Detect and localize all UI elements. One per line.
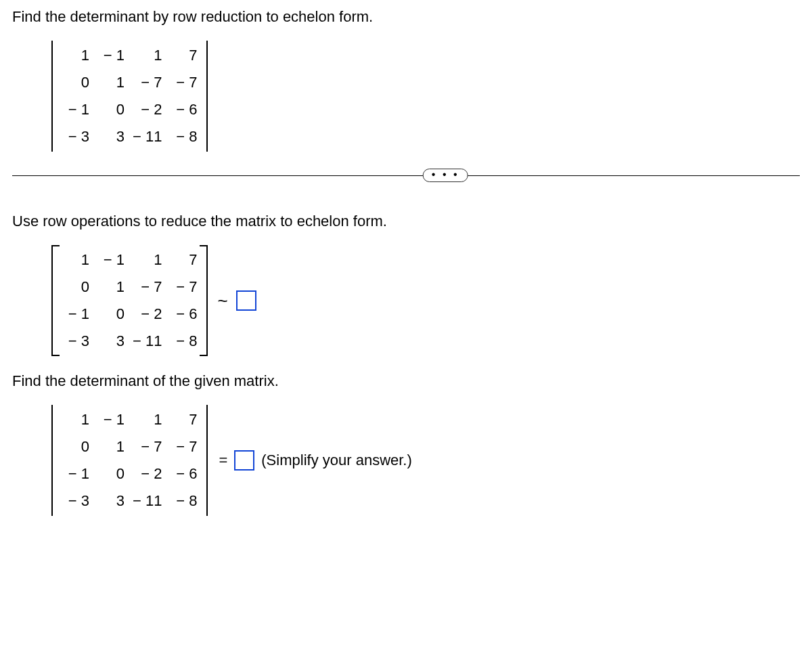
matrix-cell: − 1 [93,246,129,274]
table-row: − 3 3 − 11 − 8 [58,487,201,515]
table-row: 0 1 − 7 − 7 [58,274,201,301]
matrix-table: 1 − 1 1 7 0 1 − 7 − 7 − 1 0 − 2 − 6 − 3 … [58,246,201,355]
matrix-cell: 1 [93,274,129,301]
matrix-cell: 1 [129,42,166,69]
matrix-cell: 7 [166,406,201,433]
table-row: − 1 0 − 2 − 6 [58,96,201,123]
table-row: − 3 3 − 11 − 8 [58,328,201,355]
matrix-cell: 0 [58,274,93,301]
matrix-cell: 0 [58,433,93,460]
matrix-cell: − 8 [166,328,201,355]
table-row: 0 1 − 7 − 7 [58,69,201,96]
matrix-cell: − 7 [166,433,201,460]
determinant-answer-input[interactable] [234,450,254,471]
table-row: 1 − 1 1 7 [58,246,201,274]
step1-instruction: Use row operations to reduce the matrix … [12,213,800,230]
matrix-cell: − 2 [129,460,166,487]
matrix-cell: − 2 [129,96,166,123]
matrix-cell: − 1 [58,96,93,123]
determinant-bars: 1 − 1 1 7 0 1 − 7 − 7 − 1 0 − 2 − 6 − 3 … [51,41,208,152]
matrix-cell: − 7 [129,69,166,96]
matrix-cell: 0 [93,96,129,123]
more-button[interactable]: • • • [423,169,468,182]
matrix-cell: 1 [93,69,129,96]
determinant-expression: 1 − 1 1 7 0 1 − 7 − 7 − 1 0 − 2 − 6 − 3 … [51,405,800,516]
echelon-answer-input[interactable] [236,290,256,311]
matrix-cell: − 1 [93,42,129,69]
table-row: 0 1 − 7 − 7 [58,433,201,460]
table-row: − 1 0 − 2 − 6 [58,460,201,487]
matrix-cell: 0 [93,301,129,328]
matrix-cell: 3 [93,487,129,515]
equals-sign: = [219,452,227,469]
matrix-cell: − 6 [166,460,201,487]
original-determinant: 1 − 1 1 7 0 1 − 7 − 7 − 1 0 − 2 − 6 − 3 … [51,41,800,152]
matrix-cell: 3 [93,328,129,355]
matrix-cell: − 3 [58,328,93,355]
matrix-cell: − 3 [58,487,93,515]
step2-instruction: Find the determinant of the given matrix… [12,372,800,390]
matrix-cell: − 7 [166,69,201,96]
matrix-cell: 1 [129,246,166,274]
matrix-cell: − 2 [129,301,166,328]
matrix-cell: 1 [58,42,93,69]
matrix-cell: 0 [58,69,93,96]
matrix-cell: − 8 [166,123,201,150]
matrix-cell: − 7 [129,433,166,460]
matrix-cell: − 11 [129,328,166,355]
matrix-table: 1 − 1 1 7 0 1 − 7 − 7 − 1 0 − 2 − 6 − 3 … [58,406,201,515]
matrix-cell: − 7 [166,274,201,301]
matrix-cell: 0 [93,460,129,487]
matrix-cell: − 3 [58,123,93,150]
table-row: 1 − 1 1 7 [58,42,201,69]
matrix-cell: − 6 [166,96,201,123]
tilde-symbol: ~ [217,290,227,311]
matrix-cell: − 6 [166,301,201,328]
matrix-cell: 1 [58,406,93,433]
table-row: − 1 0 − 2 − 6 [58,301,201,328]
simplify-hint: (Simplify your answer.) [261,452,412,469]
problem-prompt: Find the determinant by row reduction to… [12,8,800,26]
matrix-brackets: 1 − 1 1 7 0 1 − 7 − 7 − 1 0 − 2 − 6 − 3 … [51,245,208,356]
row-reduction-expression: 1 − 1 1 7 0 1 − 7 − 7 − 1 0 − 2 − 6 − 3 … [51,245,800,356]
section-divider: • • • [12,168,800,183]
divider-line [12,175,800,176]
matrix-cell: 1 [93,433,129,460]
matrix-cell: 3 [93,123,129,150]
matrix-cell: 7 [166,246,201,274]
matrix-cell: − 8 [166,487,201,515]
matrix-cell: − 1 [58,301,93,328]
matrix-cell: 1 [129,406,166,433]
matrix-cell: − 11 [129,123,166,150]
matrix-cell: 7 [166,42,201,69]
matrix-cell: − 11 [129,487,166,515]
matrix-cell: − 1 [93,406,129,433]
matrix-cell: 1 [58,246,93,274]
matrix-cell: − 1 [58,460,93,487]
table-row: − 3 3 − 11 − 8 [58,123,201,150]
table-row: 1 − 1 1 7 [58,406,201,433]
determinant-bars: 1 − 1 1 7 0 1 − 7 − 7 − 1 0 − 2 − 6 − 3 … [51,405,208,516]
matrix-table: 1 − 1 1 7 0 1 − 7 − 7 − 1 0 − 2 − 6 − 3 … [58,42,201,150]
matrix-cell: − 7 [129,274,166,301]
